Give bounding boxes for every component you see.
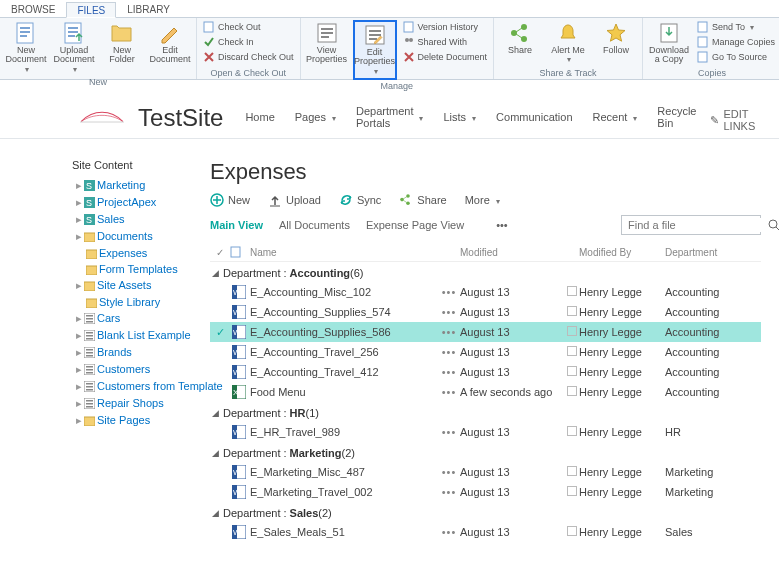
row-menu[interactable]: ••• xyxy=(438,306,460,318)
tab-files[interactable]: FILES xyxy=(66,2,116,18)
file-name[interactable]: Food Menu xyxy=(248,386,438,398)
modified-by[interactable]: Henry Legge xyxy=(579,526,665,538)
tree-projectapex[interactable]: ▸ProjectApex xyxy=(72,194,170,211)
file-name[interactable]: E_Accounting_Misc_102 xyxy=(248,286,438,298)
upload-document-button[interactable]: Upload Document xyxy=(52,20,96,76)
file-name[interactable]: E_HR_Travel_989 xyxy=(248,426,438,438)
nav-home[interactable]: Home xyxy=(245,111,274,123)
tree-brands[interactable]: ▸Brands xyxy=(72,344,170,361)
check-out-button[interactable]: Check Out xyxy=(201,20,296,34)
download-copy-button[interactable]: Download a Copy xyxy=(647,20,691,67)
table-row[interactable]: E_Accounting_Misc_102•••August 13Henry L… xyxy=(210,282,761,302)
file-name[interactable]: E_Accounting_Travel_256 xyxy=(248,346,438,358)
file-name[interactable]: E_Marketing_Misc_487 xyxy=(248,466,438,478)
group-header[interactable]: ◢Department : Marketing (2) xyxy=(210,442,761,462)
version-history-button[interactable]: Version History xyxy=(401,20,490,34)
file-name[interactable]: E_Accounting_Supplies_574 xyxy=(248,306,438,318)
edit-document-button[interactable]: Edit Document xyxy=(148,20,192,67)
table-row[interactable]: E_Marketing_Misc_487•••August 13Henry Le… xyxy=(210,462,761,482)
share-button[interactable]: Share xyxy=(498,20,542,57)
col-type-icon[interactable] xyxy=(230,246,248,258)
row-flag[interactable] xyxy=(565,386,579,398)
nav-communication[interactable]: Communication xyxy=(496,111,572,123)
nav-recycle-bin[interactable]: Recycle Bin xyxy=(657,105,696,129)
row-flag[interactable] xyxy=(565,306,579,318)
nav-lists[interactable]: Lists xyxy=(443,111,476,123)
send-to-button[interactable]: Send To xyxy=(695,20,777,34)
discard-checkout-button[interactable]: Discard Check Out xyxy=(201,50,296,64)
row-flag[interactable] xyxy=(565,426,579,438)
table-row[interactable]: E_Marketing_Travel_002•••August 13Henry … xyxy=(210,482,761,502)
row-menu[interactable]: ••• xyxy=(438,526,460,538)
nav-department-portals[interactable]: Department Portals xyxy=(356,105,423,129)
tree-customers-from-template[interactable]: ▸Customers from Template xyxy=(72,378,170,395)
view-main-view[interactable]: Main View xyxy=(210,219,263,231)
tab-browse[interactable]: BROWSE xyxy=(0,1,66,17)
row-menu[interactable]: ••• xyxy=(438,386,460,398)
tree-customers[interactable]: ▸Customers xyxy=(72,361,170,378)
row-menu[interactable]: ••• xyxy=(438,486,460,498)
row-checkbox[interactable] xyxy=(210,326,230,339)
modified-by[interactable]: Henry Legge xyxy=(579,286,665,298)
row-menu[interactable]: ••• xyxy=(438,286,460,298)
file-name[interactable]: E_Sales_Meals_51 xyxy=(248,526,438,538)
table-row[interactable]: E_HR_Travel_989•••August 13Henry LeggeHR xyxy=(210,422,761,442)
modified-by[interactable]: Henry Legge xyxy=(579,386,665,398)
tree-cars[interactable]: ▸Cars xyxy=(72,310,170,327)
search-icon[interactable] xyxy=(768,219,779,231)
view-properties-button[interactable]: View Properties xyxy=(305,20,349,67)
table-row[interactable]: E_Accounting_Travel_256•••August 13Henry… xyxy=(210,342,761,362)
site-logo[interactable] xyxy=(80,108,124,132)
tree-expenses[interactable]: Expenses xyxy=(72,245,170,261)
row-menu[interactable]: ••• xyxy=(438,366,460,378)
modified-by[interactable]: Henry Legge xyxy=(579,366,665,378)
view-expense-page-view[interactable]: Expense Page View xyxy=(366,219,464,231)
go-to-source-button[interactable]: Go To Source xyxy=(695,50,777,64)
tree-form-templates[interactable]: Form Templates xyxy=(72,261,170,277)
tree-sales[interactable]: ▸Sales xyxy=(72,211,170,228)
table-row[interactable]: E_Accounting_Travel_412•••August 13Henry… xyxy=(210,362,761,382)
tree-site-pages[interactable]: ▸Site Pages xyxy=(72,412,170,429)
row-flag[interactable] xyxy=(565,286,579,298)
modified-by[interactable]: Henry Legge xyxy=(579,466,665,478)
shared-with-button[interactable]: Shared With xyxy=(401,35,490,49)
view-all-documents[interactable]: All Documents xyxy=(279,219,350,231)
row-flag[interactable] xyxy=(565,466,579,478)
row-flag[interactable] xyxy=(565,366,579,378)
col-modified[interactable]: Modified xyxy=(460,247,565,258)
row-menu[interactable]: ••• xyxy=(438,326,460,338)
follow-button[interactable]: Follow xyxy=(594,20,638,57)
tree-style-library[interactable]: Style Library xyxy=(72,294,170,310)
row-menu[interactable]: ••• xyxy=(438,426,460,438)
delete-document-button[interactable]: Delete Document xyxy=(401,50,490,64)
search-box[interactable] xyxy=(621,215,761,235)
table-row[interactable]: E_Accounting_Supplies_574•••August 13Hen… xyxy=(210,302,761,322)
col-name[interactable]: Name xyxy=(248,247,438,258)
row-menu[interactable]: ••• xyxy=(438,466,460,478)
row-menu[interactable]: ••• xyxy=(438,346,460,358)
row-flag[interactable] xyxy=(565,346,579,358)
new-folder-button[interactable]: New Folder xyxy=(100,20,144,67)
table-row[interactable]: E_Sales_Meals_51•••August 13Henry LeggeS… xyxy=(210,522,761,542)
tree-marketing[interactable]: ▸Marketing xyxy=(72,177,170,194)
cmd-more[interactable]: More xyxy=(465,194,500,206)
row-flag[interactable] xyxy=(565,526,579,538)
new-document-button[interactable]: New Document xyxy=(4,20,48,76)
nav-recent[interactable]: Recent xyxy=(593,111,638,123)
modified-by[interactable]: Henry Legge xyxy=(579,326,665,338)
search-input[interactable] xyxy=(626,218,768,232)
edit-properties-button[interactable]: Edit Properties xyxy=(353,20,397,80)
manage-copies-button[interactable]: Manage Copies xyxy=(695,35,777,49)
cmd-new[interactable]: New xyxy=(210,193,250,207)
tab-library[interactable]: LIBRARY xyxy=(116,1,181,17)
alert-me-button[interactable]: Alert Me xyxy=(546,20,590,67)
cmd-share[interactable]: Share xyxy=(399,193,446,207)
file-name[interactable]: E_Accounting_Supplies_586 xyxy=(248,326,438,338)
view-more[interactable]: ••• xyxy=(496,219,508,231)
modified-by[interactable]: Henry Legge xyxy=(579,486,665,498)
modified-by[interactable]: Henry Legge xyxy=(579,426,665,438)
tree-blank-list-example[interactable]: ▸Blank List Example xyxy=(72,327,170,344)
group-header[interactable]: ◢Department : Accounting (6) xyxy=(210,262,761,282)
col-modified-by[interactable]: Modified By xyxy=(579,247,665,258)
file-name[interactable]: E_Marketing_Travel_002 xyxy=(248,486,438,498)
